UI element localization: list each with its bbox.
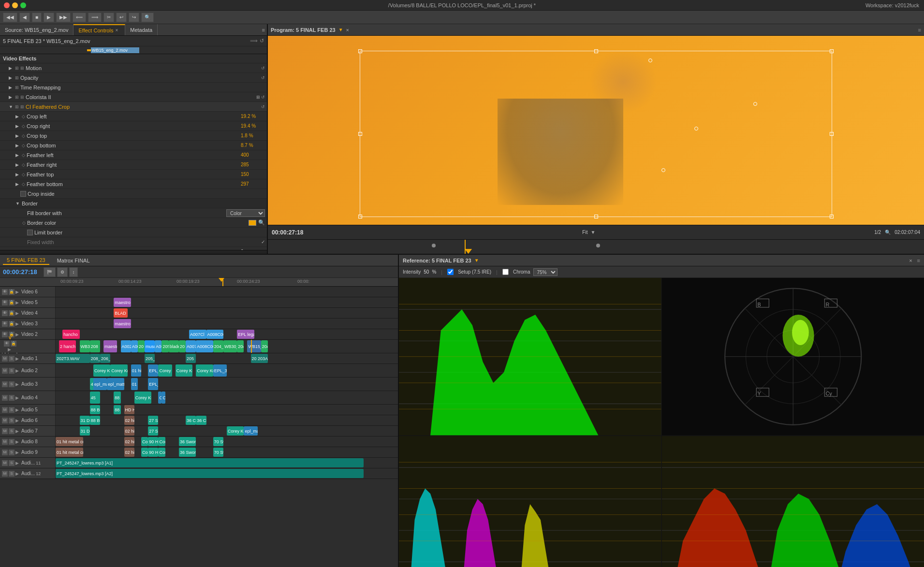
clip-88bull-a5[interactable]: 88 Bull	[90, 405, 100, 414]
effect-row-cropinside[interactable]: Crop inside	[0, 189, 267, 199]
track-icons-audio5[interactable]: M S	[2, 407, 15, 413]
clip-01hitmetal-a8[interactable]: 01 hit metal cr	[56, 437, 83, 446]
croptop-value[interactable]: 1.8 %	[241, 133, 265, 138]
clip-hdhdto-a5[interactable]: HD HDTO	[124, 405, 134, 414]
track-lock-btn-v3[interactable]: 🔒	[9, 321, 15, 327]
track-expand-v6[interactable]: ▶	[15, 290, 20, 294]
track-mute-btn-audix2[interactable]: M	[2, 471, 8, 477]
cropbottom-value[interactable]: 8.7 %	[241, 143, 265, 148]
clip-muscle-v1[interactable]: muscle_	[145, 340, 155, 352]
eyedropper-icon[interactable]: 🔍	[258, 219, 265, 226]
limitborder-checkbox[interactable]	[27, 230, 33, 235]
chroma-checkbox[interactable]	[502, 269, 509, 275]
crop-handle-tl[interactable]	[358, 49, 362, 53]
clip-c1-a4[interactable]: C	[158, 392, 161, 404]
track-content-audio1[interactable]: 202T3.WAV 208_ 206_20 205_3 205 20 203AT	[56, 353, 398, 363]
clip-cor-a9[interactable]: Cor 90	[141, 448, 148, 457]
track-lock-btn-v5[interactable]: 🔒	[9, 300, 15, 305]
track-solo-btn-a7[interactable]: S	[9, 428, 15, 434]
track-icons-audio6[interactable]: M S	[2, 418, 15, 423]
clip-01hit-a3[interactable]: 01 hit	[131, 378, 138, 390]
clip-maestro-v5[interactable]: maestro	[114, 298, 131, 307]
ref-menu-icon[interactable]: ≡	[917, 258, 920, 263]
clip-02hi-a7[interactable]: 02 hi	[124, 426, 134, 436]
track-mute-btn-a8[interactable]: M	[2, 439, 8, 445]
track-expand-a5[interactable]: ▶	[15, 407, 20, 412]
crop-handle-bl[interactable]	[358, 215, 362, 218]
toolbar-btn-5[interactable]: ▶▶	[56, 13, 71, 22]
track-content-video1[interactable]: 2 hanch hanc WB30_2 208 maestro A002C007…	[56, 340, 398, 353]
fillborder-dropdown[interactable]: Color Blur	[226, 209, 265, 217]
colorista-reset-btn[interactable]: ↺	[261, 95, 265, 100]
effect-row-featherleft[interactable]: ▶ ◇ Feather left 400	[0, 150, 267, 160]
clip-208-v1[interactable]: 208	[90, 340, 100, 352]
timeline-ruler[interactable]: 00:00:09:23 00:00:14:23 00:00:19:23 00:0…	[0, 278, 398, 287]
track-expand-v1[interactable]: ▶	[8, 347, 13, 352]
effect-row-cropright[interactable]: ▶ ◇ Crop right 19.4 %	[0, 121, 267, 131]
close-window-btn[interactable]	[4, 2, 10, 8]
feathertop-value[interactable]: 150	[241, 172, 265, 177]
track-solo-btn-a2[interactable]: S	[9, 368, 15, 374]
opacity-toggle[interactable]: ▶	[9, 75, 14, 80]
crop-overlay-box[interactable]	[360, 51, 832, 217]
clip-epl30-a2[interactable]: EPL_30sec_	[148, 364, 158, 377]
clip-205-a1[interactable]: 205	[186, 354, 196, 363]
clip-epl30b-a2[interactable]: EPL_30sec_ro	[213, 364, 227, 377]
timeremapping-toggle[interactable]: ▶	[9, 85, 14, 90]
featherbottom-toggle[interactable]: ▶	[15, 182, 20, 187]
track-eye-btn-v5[interactable]: 👁	[2, 300, 8, 305]
timeline-tab-matrox[interactable]: Matrox FINAL	[53, 257, 94, 264]
clip-eplmatt2-a3[interactable]: epl_mattVO_taki	[107, 378, 124, 390]
ref-dropdown-icon[interactable]: ▼	[474, 258, 479, 263]
pm-menu-icon[interactable]: ≡	[918, 27, 921, 33]
track-expand-v3[interactable]: ▶	[15, 321, 20, 326]
clip-hanch-v1[interactable]: 2 hanch hanc	[59, 340, 76, 352]
track-expand-a3[interactable]: ▶	[15, 382, 20, 387]
track-icons-audio1[interactable]: M S	[2, 356, 15, 362]
clip-corey3-a2[interactable]: Corey Kruger.mp	[176, 364, 192, 377]
track-mute-btn-a4[interactable]: M	[2, 395, 8, 401]
cropright-value[interactable]: 19.4 %	[241, 123, 265, 129]
track-icons-audio7[interactable]: M S	[2, 428, 15, 434]
clip-epl30-a3[interactable]: EPL_30sec_	[148, 378, 158, 390]
clip-corey4-a2[interactable]: Corey Kruger.	[196, 364, 213, 377]
effect-row-colorista[interactable]: ▶ ⊞ ⊞ Colorista II ⊞ ↺	[0, 92, 267, 102]
ec-reset-icon[interactable]: ↺	[260, 38, 264, 44]
crop-handle-tc[interactable]	[594, 49, 598, 53]
clip-blad-v4[interactable]: BLAD	[114, 308, 127, 318]
crop-handle-mr[interactable]	[830, 132, 834, 136]
clip-maestro-v1[interactable]: maestro	[103, 340, 117, 352]
track-expand-audix1[interactable]: ▶	[15, 461, 20, 465]
colorista-toggle[interactable]: ▶	[9, 95, 14, 100]
clip-02hi-a6[interactable]: 02 hi	[124, 416, 134, 425]
track-eye-btn-v4[interactable]: 👁	[2, 310, 8, 316]
track-eye-btn-v3[interactable]: 👁	[2, 321, 8, 327]
toolbar-btn-2[interactable]: ◀	[19, 13, 30, 22]
track-mute-btn-a1[interactable]: M	[2, 356, 8, 362]
track-icons-audio8[interactable]: M S	[2, 439, 15, 445]
clip-coreykrugm-a7[interactable]: Corey Kruger.m	[227, 426, 244, 436]
track-eye-btn-v2[interactable]: 👁	[2, 332, 8, 337]
track-content-video6[interactable]	[56, 287, 398, 297]
featherbottom-value[interactable]: 297	[241, 181, 265, 187]
tl-btn-sync[interactable]: ↕	[69, 267, 78, 277]
effect-row-cropleft[interactable]: ▶ ◇ Crop left 19.2 %	[0, 112, 267, 121]
clip-90hambu-a9[interactable]: 90 Hambu	[148, 448, 158, 457]
ec-scrollbar[interactable]	[0, 250, 267, 254]
track-content-audio4[interactable]: 45 88 Corey Krug C C	[56, 391, 398, 404]
clip-cor-a8[interactable]: Cor 90	[141, 437, 148, 446]
track-mute-btn-a2[interactable]: M	[2, 368, 8, 374]
track-icons-audio3[interactable]: M S	[2, 381, 15, 387]
pm-dropdown-icon[interactable]: ▼	[338, 27, 343, 32]
clip-maestro-v3[interactable]: maestro	[114, 319, 131, 328]
track-solo-btn-a6[interactable]: S	[9, 418, 15, 423]
window-controls[interactable]	[4, 2, 26, 8]
motion-point-1[interactable]	[648, 58, 652, 62]
track-mute-btn-a6[interactable]: M	[2, 418, 8, 423]
cropleft-toggle[interactable]: ▶	[15, 114, 20, 119]
setup-checkbox[interactable]	[447, 269, 454, 275]
clip-01hit-a2[interactable]: 01 hit	[131, 364, 141, 377]
minimize-window-btn[interactable]	[12, 2, 18, 8]
clip-a007cl-v2[interactable]: A007Cl	[189, 330, 206, 339]
track-icons-audio9[interactable]: M S	[2, 450, 15, 455]
